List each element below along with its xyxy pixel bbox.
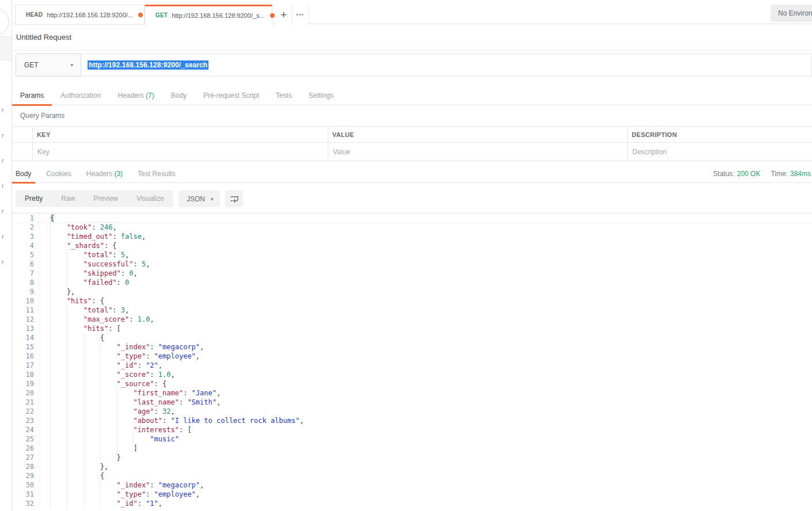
window-tab-get-request[interactable]: GET http://192.168.156.128:9200/_s... xyxy=(145,5,272,25)
param-description-input[interactable] xyxy=(628,143,812,161)
line-content: "total": 5, xyxy=(50,250,129,260)
line-number: 12 xyxy=(12,315,39,324)
token-p: , xyxy=(299,417,303,425)
token-s: "employee" xyxy=(154,352,196,360)
request-tab-tests[interactable]: Tests xyxy=(276,86,292,105)
indent-guide xyxy=(100,370,117,379)
chevron-down-icon: ▾ xyxy=(70,62,73,68)
line-number: 5 xyxy=(12,250,39,260)
response-tab-test-results[interactable]: Test Results xyxy=(138,165,175,183)
token-p: , xyxy=(196,490,200,498)
window-tab-head-request[interactable]: HEAD http://192.168.156.128:9200/... xyxy=(15,5,145,25)
tab-label: Cookies xyxy=(46,170,71,178)
line-content: "hits": { xyxy=(50,296,104,306)
sidebar-circle-fragment xyxy=(0,8,9,36)
request-tab-params[interactable]: Params xyxy=(20,86,44,105)
response-format-dropdown[interactable]: JSON ▾ xyxy=(179,190,220,207)
tab-count-badge: (3) xyxy=(112,170,123,178)
request-tab-pre-request-script[interactable]: Pre-request Script xyxy=(203,86,259,105)
response-tab-headers[interactable]: Headers (3) xyxy=(86,165,123,183)
indent-guide xyxy=(50,370,67,379)
token-k: "hits" xyxy=(67,297,92,305)
view-mode-raw[interactable]: Raw xyxy=(52,190,84,207)
token-p: }, xyxy=(67,288,75,296)
code-line: 8"failed": 0 xyxy=(12,278,812,287)
request-tabs: ParamsAuthorizationHeaders (7)BodyPre-re… xyxy=(12,86,812,105)
new-tab-button[interactable]: + xyxy=(276,5,292,25)
token-p: , xyxy=(217,398,221,406)
line-number: 23 xyxy=(12,416,39,425)
indent-guide xyxy=(100,416,117,425)
token-p: : [ xyxy=(108,325,121,333)
code-line: 9}, xyxy=(12,287,812,296)
token-p: , xyxy=(112,223,116,231)
line-number: 11 xyxy=(12,306,39,315)
token-p: , xyxy=(158,361,162,369)
response-view-modes: PrettyRawPreviewVisualize xyxy=(16,190,173,207)
tab-label: Pre-request Script xyxy=(203,91,259,100)
code-line: 23"about": "I like to collect rock album… xyxy=(12,416,812,425)
token-k: "_shards" xyxy=(67,242,104,250)
token-p: , xyxy=(125,251,129,259)
code-line: 6"successful": 5, xyxy=(12,260,812,269)
token-n: 1.0 xyxy=(138,315,150,323)
left-sidebar-strip: rrrrrrr xyxy=(0,0,12,511)
indent-guide xyxy=(100,425,117,434)
line-content: "_shards": { xyxy=(50,241,117,250)
indent-guide xyxy=(84,453,100,462)
indent-guide xyxy=(100,499,117,508)
sidebar-text-fragment: r xyxy=(2,182,4,189)
code-line: 2"took": 246, xyxy=(12,223,812,232)
request-tab-bar: HEAD http://192.168.156.128:9200/... GET… xyxy=(12,0,812,24)
indent-guide xyxy=(50,388,67,398)
method-dropdown[interactable]: GET ▾ xyxy=(16,54,81,77)
code-line: 10"hits": { xyxy=(12,296,812,306)
format-value: JSON xyxy=(187,195,205,203)
view-mode-preview[interactable]: Preview xyxy=(84,190,127,207)
token-s: "Smith" xyxy=(187,398,217,406)
indent-guide xyxy=(67,499,84,508)
token-s: "1" xyxy=(146,499,158,508)
indent-guide xyxy=(100,490,117,499)
token-p: : xyxy=(150,343,158,351)
indent-guide xyxy=(67,434,84,444)
view-mode-pretty[interactable]: Pretty xyxy=(16,190,52,207)
indent-guide xyxy=(50,361,67,370)
url-input[interactable]: http://192.168.156.128:9200/_search xyxy=(81,54,812,77)
param-value-input[interactable] xyxy=(328,143,627,161)
code-line: 21"last_name": "Smith", xyxy=(12,398,812,407)
request-tab-authorization[interactable]: Authorization xyxy=(60,86,101,105)
code-line: 7"skipped": 0, xyxy=(12,269,812,278)
code-line: 12"max_score": 1.0, xyxy=(12,315,812,324)
line-number: 20 xyxy=(12,388,39,398)
tab-count-badge: (7) xyxy=(144,91,154,100)
response-body-editor[interactable]: 1{2"took": 246,3"timed_out": false,4"_sh… xyxy=(12,213,812,511)
request-tab-body[interactable]: Body xyxy=(171,86,187,105)
environment-selector[interactable]: No Environment xyxy=(771,5,812,22)
code-line: 5"total": 5, xyxy=(12,250,812,260)
indent-guide xyxy=(67,481,84,490)
token-p: : xyxy=(117,279,125,287)
tab-options-button[interactable]: ••• xyxy=(292,5,309,25)
response-tab-cookies[interactable]: Cookies xyxy=(46,165,71,183)
params-select-cell xyxy=(12,143,33,161)
line-content: "successful": 5, xyxy=(50,260,150,269)
wrap-text-button[interactable] xyxy=(225,190,243,207)
line-number: 4 xyxy=(12,241,39,250)
indent-guide xyxy=(50,296,67,306)
param-key-input[interactable] xyxy=(33,143,328,161)
request-tab-headers[interactable]: Headers (7) xyxy=(117,86,154,105)
indent-guide xyxy=(50,260,67,269)
line-number: 31 xyxy=(12,490,39,499)
indent-guide xyxy=(50,306,67,315)
sidebar-text-fragment: r xyxy=(2,258,4,265)
line-number: 28 xyxy=(12,462,39,471)
line-content: "age": 32, xyxy=(50,407,175,416)
line-content: "_id": "1", xyxy=(50,499,162,508)
line-number: 13 xyxy=(12,324,39,333)
line-content: "last_name": "Smith", xyxy=(50,398,221,407)
indent-guide xyxy=(67,361,84,370)
view-mode-visualize[interactable]: Visualize xyxy=(127,190,173,207)
response-tab-body[interactable]: Body xyxy=(16,165,31,183)
request-tab-settings[interactable]: Settings xyxy=(309,86,333,105)
